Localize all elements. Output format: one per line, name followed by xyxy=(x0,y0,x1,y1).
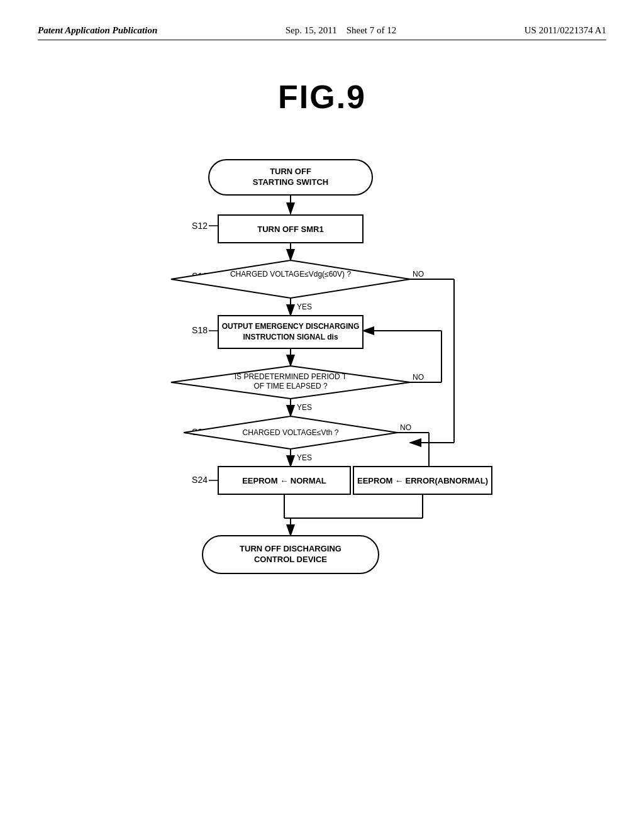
svg-rect-13 xyxy=(218,316,363,348)
s20-text2: OF TIME ELAPSED ? xyxy=(253,382,327,390)
s26-text: EEPROM ← ERROR(ABNORMAL) xyxy=(357,476,488,485)
end-label2: CONTROL DEVICE xyxy=(254,555,327,564)
s12-text: TURN OFF SMR1 xyxy=(257,224,323,234)
s12-label: S12 xyxy=(192,221,208,231)
s22-text: CHARGED VOLTAGE≤Vth ? xyxy=(243,428,339,437)
s20-no: NO xyxy=(413,373,424,382)
s20-text1: IS PREDETERMINED PERIOD T xyxy=(235,372,347,381)
sheet: Sheet 7 of 12 xyxy=(347,25,397,35)
s18-text1: OUTPUT EMERGENCY DISCHARGING xyxy=(222,322,359,331)
s22-yes: YES xyxy=(297,453,312,462)
s16-yes: YES xyxy=(297,302,312,311)
date: Sep. 15, 2011 xyxy=(286,25,337,35)
flowchart: TURN OFF STARTING SWITCH S12 TURN OFF SM… xyxy=(102,147,542,713)
publication-label: Patent Application Publication xyxy=(38,25,157,36)
svg-marker-7 xyxy=(171,260,410,298)
start-label2: STARTING SWITCH xyxy=(253,177,328,187)
s18-label: S18 xyxy=(192,325,208,335)
s24-label: S24 xyxy=(192,475,208,485)
s22-no: NO xyxy=(400,423,411,432)
date-sheet: Sep. 15, 2011 Sheet 7 of 12 xyxy=(286,25,397,36)
page-header: Patent Application Publication Sep. 15, … xyxy=(38,25,606,40)
s18-text2: INSTRUCTION SIGNAL dis xyxy=(243,333,338,341)
s24-text: EEPROM ← NORMAL xyxy=(242,476,326,485)
s16-text1: CHARGED VOLTAGE≤Vdg(≤60V) ? xyxy=(230,270,351,279)
s20-yes: YES xyxy=(297,403,312,412)
s16-no: NO xyxy=(413,270,424,279)
figure-title: FIG.9 xyxy=(38,78,606,116)
end-label1: TURN OFF DISCHARGING xyxy=(240,544,341,553)
page: Patent Application Publication Sep. 15, … xyxy=(0,0,644,830)
start-label: TURN OFF xyxy=(270,167,311,176)
patent-number: US 2011/0221374 A1 xyxy=(525,25,606,36)
